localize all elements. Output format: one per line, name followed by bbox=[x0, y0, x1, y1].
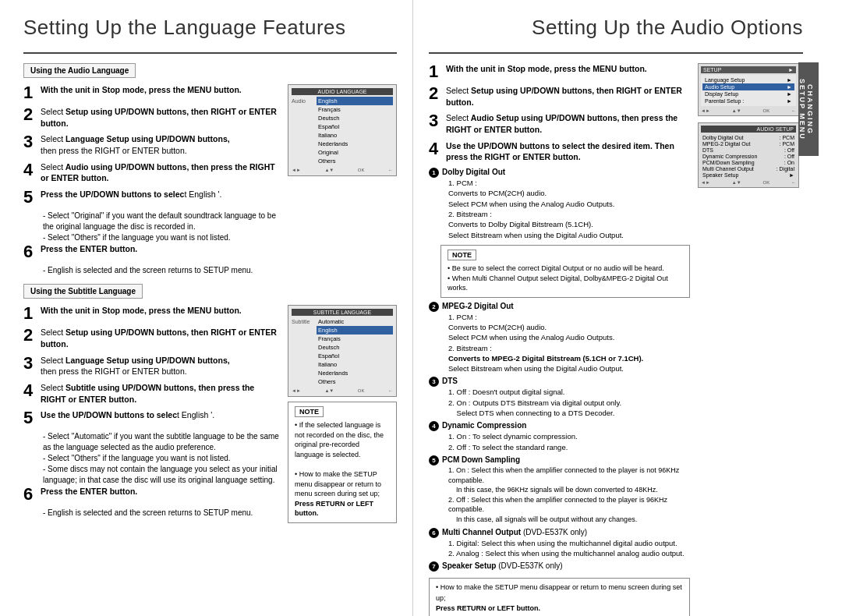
sub-bullet-2: Select "Others" if the language you want… bbox=[43, 453, 280, 464]
step-num-3: 3 bbox=[23, 133, 36, 150]
screen-row-italiano: Italiano bbox=[317, 131, 393, 140]
audio-language-screen: AUDIO LANGUAGE Audio English Français De… bbox=[288, 84, 397, 176]
audio-step-4: 4 Select Audio using UP/DOWN buttons, th… bbox=[23, 161, 280, 184]
subtitle-language-steps: 1 With the unit in Stop mode, press the … bbox=[23, 305, 280, 528]
screen-row-nederlands: Nederlands bbox=[317, 140, 393, 148]
audio-item-1: 1 Dolby Digital Out 1. PCM : Converts to… bbox=[429, 168, 690, 240]
circle-3: 3 bbox=[429, 377, 439, 387]
subtitle-language-content: 1 With the unit in Stop mode, press the … bbox=[23, 305, 397, 528]
circle-7: 7 bbox=[429, 561, 439, 572]
sub-step-text-1: With the unit in Stop mode, press the ME… bbox=[41, 305, 242, 317]
subtitle-language-label: Using the Subtitle Language bbox=[23, 284, 143, 299]
item-7-title: Speaker Setup (DVD-E537K only) bbox=[442, 561, 563, 570]
item-3-content: 1. Off : Doesn't output digital signal. … bbox=[448, 387, 690, 418]
step-text-3: Select Language Setup using UP/DOWN butt… bbox=[41, 133, 230, 156]
audio-step-2: 2 Select Setup using UP/DOWN buttons, th… bbox=[23, 106, 280, 129]
audio-setup-header: AUDIO SETUP bbox=[701, 126, 796, 133]
sub-step-num-1: 1 bbox=[23, 305, 36, 322]
screen-row-sub-nederlands: Nederlands bbox=[317, 369, 393, 377]
audio-item-7: 7 Speaker Setup (DVD-E537K only) bbox=[429, 561, 690, 572]
circle-4: 4 bbox=[429, 421, 439, 431]
menu-row-audio: Audio Setup► bbox=[702, 83, 794, 90]
screen-row-sub-others: Others bbox=[317, 377, 393, 386]
item-5-content: 1. On : Select this when the amplifier c… bbox=[448, 466, 690, 525]
circle-2: 2 bbox=[429, 302, 439, 312]
step-num-4: 4 bbox=[23, 161, 36, 179]
screen-header-audio: AUDIO LANGUAGE bbox=[292, 88, 393, 95]
sub-step-2: 2 Select Setup using UP/DOWN buttons, th… bbox=[23, 327, 280, 349]
right-title-rule bbox=[429, 52, 803, 54]
note-label-right-1: NOTE bbox=[448, 250, 476, 260]
menu-header: SETUP► bbox=[701, 66, 796, 73]
item-2-content: 1. PCM : Converts to PCM(2CH) audio. Sel… bbox=[448, 312, 690, 374]
item-2-title: MPEG-2 Digital Out bbox=[442, 302, 514, 310]
screen-row-sub-francais: Français bbox=[317, 335, 393, 343]
audio-step-5-bullets: Select "Original" if you want the defaul… bbox=[35, 211, 280, 243]
sub-step-num-5: 5 bbox=[23, 409, 36, 427]
step-text-6: Press the ENTER button. bbox=[41, 243, 137, 255]
right-step-text-1: With the unit in Stop mode, press the ME… bbox=[446, 63, 647, 75]
step-text-4: Select Audio using UP/DOWN buttons, then… bbox=[41, 161, 280, 184]
right-step-text-2: Select Setup using UP/DOWN buttons, then… bbox=[446, 85, 690, 108]
screen-rows-audio: English Français Deutsch Español Italian… bbox=[317, 97, 393, 165]
audio-language-section: Using the Audio Language 1 With the unit… bbox=[23, 63, 397, 276]
audio-bullet-2: Select "Others" if the language you want… bbox=[43, 232, 280, 243]
audio-bullet-3: English is selected and the screen retur… bbox=[43, 265, 280, 276]
screen-row-english: English bbox=[317, 97, 393, 105]
step-text-2: Select Setup using UP/DOWN buttons, then… bbox=[41, 106, 280, 129]
right-note-box-top: NOTE • Be sure to select the correct Dig… bbox=[440, 245, 690, 298]
audio-language-steps: 1 With the unit in Stop mode, press the … bbox=[23, 84, 280, 276]
step-text-5: Press the UP/DOWN buttons to select Engl… bbox=[41, 189, 222, 200]
sub-step-1: 1 With the unit in Stop mode, press the … bbox=[23, 305, 280, 322]
sub-bullet-1: Select "Automatic" if you want the subti… bbox=[43, 431, 280, 453]
item-1-content: 1. PCM : Converts to PCM(2CH) audio. Sel… bbox=[448, 178, 690, 240]
subtitle-note-box: NOTE • If the selected language is not r… bbox=[288, 402, 397, 523]
sub-step-num-6: 6 bbox=[23, 486, 36, 503]
subtitle-language-screen: SUBTITLE LANGUAGE Subtitle Automatic Eng… bbox=[288, 305, 397, 397]
subtitle-language-section: Using the Subtitle Language 1 With the u… bbox=[23, 284, 397, 528]
right-main-content: 1 With the unit in Stop mode, press the … bbox=[429, 63, 803, 616]
right-page-title: Setting Up the Audio Options bbox=[429, 16, 803, 40]
right-step-1: 1 With the unit in Stop mode, press the … bbox=[429, 63, 690, 80]
sub-bullet-4: English is selected and the screen retur… bbox=[43, 508, 280, 519]
screen-row-sub-espanol: Español bbox=[317, 352, 393, 360]
screen-row-espanol: Español bbox=[317, 122, 393, 131]
sub-step-3: 3 Select Language Setup using UP/DOWN bu… bbox=[23, 355, 280, 377]
screen-label-subtitle: Subtitle bbox=[292, 317, 313, 386]
screen-row-francais: Français bbox=[317, 105, 393, 114]
audio-row-dts: DTS: Off bbox=[701, 147, 796, 153]
audio-item-2: 2 MPEG-2 Digital Out 1. PCM : Converts t… bbox=[429, 302, 690, 374]
audio-item-3: 3 DTS 1. Off : Doesn't output digital si… bbox=[429, 377, 690, 418]
step-num-2: 2 bbox=[23, 106, 36, 123]
audio-step-6: 6 Press the ENTER button. bbox=[23, 243, 280, 260]
note-text-right-1: • Be sure to select the correct Digital … bbox=[448, 264, 683, 293]
item-3-title: DTS bbox=[442, 377, 458, 385]
right-step-text-3: Select Audio Setup using UP/DOWN buttons… bbox=[446, 112, 690, 135]
sub-step-text-6: Press the ENTER button. bbox=[41, 486, 137, 497]
sub-step-num-3: 3 bbox=[23, 355, 36, 372]
left-page: Setting Up the Language Features Using t… bbox=[0, 0, 413, 616]
menu-row-parental: Parental Setup :► bbox=[702, 97, 794, 104]
item-5-title: PCM Down Sampling bbox=[442, 455, 520, 464]
left-title-rule bbox=[23, 52, 397, 54]
item-4-title: Dynamic Compression bbox=[442, 421, 526, 430]
right-step-3: 3 Select Audio Setup using UP/DOWN butto… bbox=[429, 112, 690, 135]
menu-row-lang: Language Setup► bbox=[702, 76, 794, 83]
audio-step-1: 1 With the unit in Stop mode, press the … bbox=[23, 84, 280, 101]
sub-step-text-3: Select Language Setup using UP/DOWN butt… bbox=[41, 355, 230, 377]
audio-setup-controls: ◄►▲▼OK← bbox=[701, 180, 796, 185]
left-page-title: Setting Up the Language Features bbox=[23, 16, 397, 40]
screen-row-sub-italiano: Italiano bbox=[317, 360, 393, 369]
sub-step-6: 6 Press the ENTER button. bbox=[23, 486, 280, 503]
step-text-1: With the unit in Stop mode, press the ME… bbox=[41, 84, 242, 96]
right-screens-col: SETUP► Language Setup► Audio Setup► Disp… bbox=[698, 63, 803, 616]
menu-controls: ◄►▲▼OK← bbox=[701, 108, 796, 113]
audio-row-dolby: Dolby Digital Out: PCM bbox=[701, 134, 796, 140]
page-container: Setting Up the Language Features Using t… bbox=[0, 0, 842, 616]
screen-header-subtitle: SUBTITLE LANGUAGE bbox=[292, 309, 393, 316]
subtitle-language-screen-col: SUBTITLE LANGUAGE Subtitle Automatic Eng… bbox=[288, 305, 397, 528]
screen-row-others: Others bbox=[317, 157, 393, 165]
screen-row-original: Original bbox=[317, 148, 393, 157]
note-label-1: NOTE bbox=[295, 406, 324, 417]
right-step-num-2: 2 bbox=[429, 85, 441, 102]
